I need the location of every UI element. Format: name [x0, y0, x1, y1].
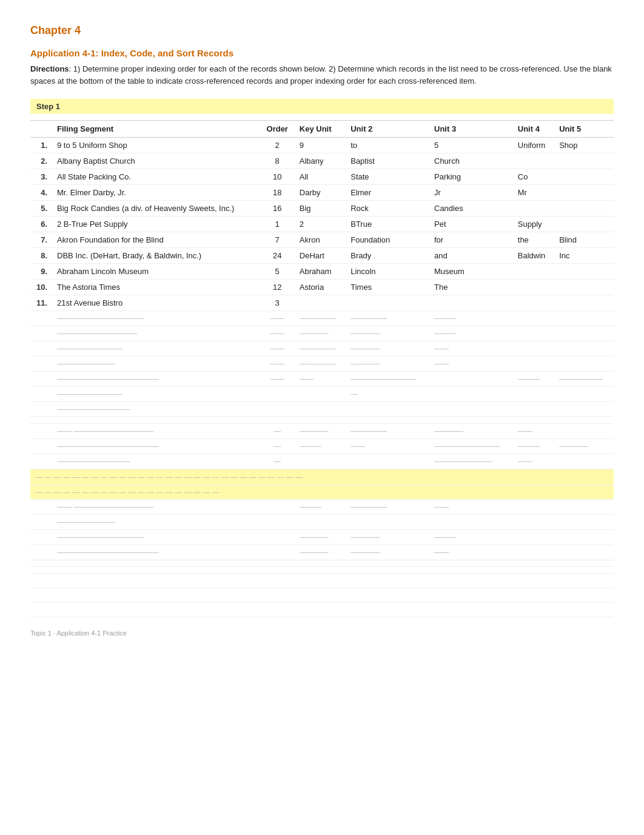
table-row: ———————————————————————————	[30, 311, 614, 326]
table-row: ————————	[30, 515, 614, 530]
table-row: 7.Akron Foundation for the Blind7AkronFo…	[30, 232, 614, 248]
table-row: —————————————————————	[30, 357, 614, 372]
col-header-key: Key Unit	[295, 121, 346, 138]
cross-ref-subheader-row: — — — — — — — — — — — — — — — — — — — —	[30, 486, 614, 500]
table-row: ————————————————————————————————————	[30, 439, 614, 454]
table-row: ————————————————————————	[30, 326, 614, 341]
col-header-unit3: Unit 3	[429, 121, 513, 138]
table-row: 8.DBB Inc. (DeHart, Brady, & Baldwin, In…	[30, 248, 614, 264]
table-row: 11.21st Avenue Bistro3	[30, 295, 614, 311]
table-row: —————————————————————	[30, 454, 614, 469]
empty-row	[30, 603, 614, 617]
table-row	[30, 567, 614, 574]
table-row: 3.All State Packing Co.10AllStateParking…	[30, 169, 614, 185]
table-row: 5.Big Rock Candies (a div. of Heavenly S…	[30, 201, 614, 216]
directions-text: Directions: 1) Determine proper indexing…	[30, 63, 614, 87]
col-header-unit2: Unit 2	[346, 121, 429, 138]
table-row: —— —————————————————————	[30, 500, 614, 515]
app-title: Application 4-1: Index, Code, and Sort R…	[30, 48, 614, 58]
col-header-filing: Filing Segment	[52, 121, 260, 138]
table-row: 9.Abraham Lincoln Museum5AbrahamLincolnM…	[30, 264, 614, 280]
table-row: 1.9 to 5 Uniform Shop29to5UniformShop	[30, 138, 614, 153]
table-row: ——————————	[30, 402, 614, 417]
table-row: 2.Albany Baptist Church8AlbanyBaptistChu…	[30, 153, 614, 169]
table-row: 10.The Astoria Times12AstoriaTimesThe	[30, 280, 614, 295]
table-row	[30, 417, 614, 424]
step-label: Step 1	[30, 99, 614, 114]
col-header-unit4: Unit 4	[513, 121, 554, 138]
table-row	[30, 560, 614, 567]
chapter-title: Chapter 4	[30, 24, 614, 37]
empty-row	[30, 588, 614, 603]
table-row: ———————————————————————	[30, 530, 614, 545]
footer-note: Topic 1 · Application 4-1 Practice	[30, 629, 614, 637]
col-header-order: Order	[260, 121, 295, 138]
empty-row	[30, 574, 614, 588]
table-row: ————————————————————————	[30, 545, 614, 560]
table-row: 6.2 B-True Pet Supply12BTruePetSupply	[30, 216, 614, 232]
table-row: ——————————————————————	[30, 341, 614, 357]
main-table: Filing Segment Order Key Unit Unit 2 Uni…	[30, 120, 614, 617]
table-row: 4.Mr. Elmer Darby, Jr.18DarbyElmerJrMr	[30, 185, 614, 201]
table-row: ————————————————————————————————————	[30, 372, 614, 387]
table-row: ——————————	[30, 387, 614, 402]
table-row: —— ———————————————————————————	[30, 424, 614, 439]
col-header-unit5: Unit 5	[554, 121, 614, 138]
directions-label: Directions	[30, 64, 69, 73]
cross-ref-header-row: — — — — — — — — — — — — — — — — — — — — …	[30, 469, 614, 486]
